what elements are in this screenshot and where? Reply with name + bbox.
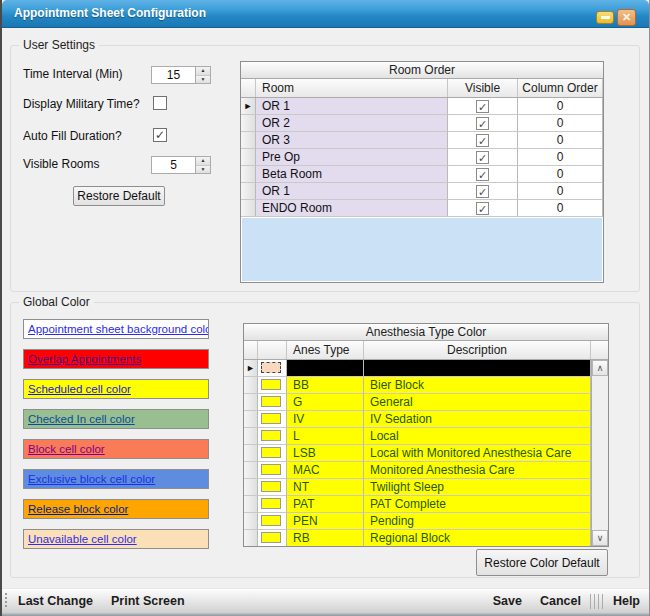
row-selector[interactable] <box>241 183 256 200</box>
row-selector[interactable] <box>241 115 256 132</box>
color-swatch[interactable] <box>261 447 281 458</box>
description-cell[interactable]: Regional Block <box>364 530 591 547</box>
table-row[interactable]: OR 3 ✓ 0 <box>241 132 603 149</box>
table-row[interactable]: OR 2 ✓ 0 <box>241 115 603 132</box>
anes-type-cell[interactable]: RB <box>287 530 364 547</box>
color-swatch-cell[interactable] <box>258 513 287 530</box>
color-swatch-cell[interactable] <box>258 445 287 462</box>
scheduled-cell-color-button[interactable]: Scheduled cell color <box>23 379 209 399</box>
last-change-button[interactable]: Last Change <box>9 589 102 613</box>
row-selector[interactable] <box>244 496 258 513</box>
color-swatch-cell[interactable] <box>258 428 287 445</box>
visible-cell[interactable]: ✓ <box>448 166 518 183</box>
table-row[interactable]: ► OR 1 ✓ 0 <box>241 98 603 115</box>
table-row-selected[interactable]: ► <box>244 360 608 377</box>
row-selector[interactable] <box>241 166 256 183</box>
room-cell[interactable]: ENDO Room <box>256 200 448 217</box>
block-cell-color-button[interactable]: Block cell color <box>23 439 209 459</box>
time-interval-stepper[interactable]: 15 ▲ ▼ <box>151 66 211 84</box>
row-selector[interactable] <box>244 530 258 547</box>
visible-cell[interactable]: ✓ <box>448 115 518 132</box>
color-swatch-cell[interactable] <box>258 360 287 377</box>
table-row[interactable]: MAC Monitored Anesthesia Care <box>244 462 608 479</box>
color-swatch-cell[interactable] <box>258 462 287 479</box>
color-swatch-cell[interactable] <box>258 530 287 547</box>
scroll-down-icon[interactable]: ∨ <box>592 530 608 546</box>
room-cell[interactable]: Beta Room <box>256 166 448 183</box>
description-cell[interactable]: Twilight Sleep <box>364 479 591 496</box>
column-order-cell[interactable]: 0 <box>518 200 603 217</box>
color-swatch[interactable] <box>261 413 281 424</box>
column-order-cell[interactable]: 0 <box>518 166 603 183</box>
row-selector[interactable] <box>244 377 258 394</box>
row-selector[interactable] <box>244 411 258 428</box>
anes-type-cell[interactable] <box>287 360 364 377</box>
visible-cell[interactable]: ✓ <box>448 98 518 115</box>
description-cell[interactable] <box>364 360 591 377</box>
color-swatch-cell[interactable] <box>258 377 287 394</box>
table-row[interactable]: Beta Room ✓ 0 <box>241 166 603 183</box>
column-order-cell[interactable]: 0 <box>518 183 603 200</box>
color-swatch[interactable] <box>261 430 281 441</box>
spinner-up-icon[interactable]: ▲ <box>196 157 210 166</box>
row-selector[interactable]: ► <box>241 98 256 115</box>
checkbox-checked-icon[interactable]: ✓ <box>476 185 489 198</box>
color-swatch[interactable] <box>261 379 281 390</box>
anes-type-cell[interactable]: PAT <box>287 496 364 513</box>
anes-type-cell[interactable]: G <box>287 394 364 411</box>
visible-rooms-stepper[interactable]: 5 ▲ ▼ <box>151 156 211 174</box>
column-order-cell[interactable]: 0 <box>518 98 603 115</box>
table-row[interactable]: NT Twilight Sleep <box>244 479 608 496</box>
checkbox-checked-icon[interactable]: ✓ <box>476 134 489 147</box>
row-selector[interactable] <box>244 428 258 445</box>
checkbox-checked-icon[interactable]: ✓ <box>476 151 489 164</box>
table-row[interactable]: RB Regional Block <box>244 530 608 547</box>
color-swatch-cell[interactable] <box>258 394 287 411</box>
release-block-color-button[interactable]: Release block color <box>23 499 209 519</box>
table-row[interactable]: PEN Pending <box>244 513 608 530</box>
row-selector[interactable] <box>241 200 256 217</box>
row-selector[interactable] <box>244 479 258 496</box>
spinner-up-icon[interactable]: ▲ <box>196 67 210 76</box>
description-cell[interactable]: PAT Complete <box>364 496 591 513</box>
color-swatch[interactable] <box>261 515 281 526</box>
visible-cell[interactable]: ✓ <box>448 132 518 149</box>
column-order-cell[interactable]: 0 <box>518 149 603 166</box>
table-row[interactable]: OR 1 ✓ 0 <box>241 183 603 200</box>
row-selector[interactable] <box>241 149 256 166</box>
description-column-header[interactable]: Description <box>364 341 591 359</box>
room-column-header[interactable]: Room <box>256 79 448 97</box>
description-cell[interactable]: Local with Monitored Anesthesia Care <box>364 445 591 462</box>
room-cell[interactable]: OR 3 <box>256 132 448 149</box>
visible-column-header[interactable]: Visible <box>448 79 518 97</box>
table-row[interactable]: Pre Op ✓ 0 <box>241 149 603 166</box>
checkbox-checked-icon[interactable]: ✓ <box>476 202 489 215</box>
time-interval-value[interactable]: 15 <box>152 67 195 83</box>
row-selector[interactable] <box>244 462 258 479</box>
appointment-sheet-background-color-button[interactable]: Appointment sheet background color <box>23 319 209 339</box>
visible-cell[interactable]: ✓ <box>448 183 518 200</box>
color-swatch[interactable] <box>261 464 281 475</box>
visible-cell[interactable]: ✓ <box>448 149 518 166</box>
anes-type-cell[interactable]: MAC <box>287 462 364 479</box>
table-row[interactable]: LSB Local with Monitored Anesthesia Care <box>244 445 608 462</box>
description-cell[interactable]: Local <box>364 428 591 445</box>
table-row[interactable]: ENDO Room ✓ 0 <box>241 200 603 217</box>
anes-type-cell[interactable]: BB <box>287 377 364 394</box>
checked-in-cell-color-button[interactable]: Checked In cell color <box>23 409 209 429</box>
help-button[interactable]: Help <box>604 589 649 613</box>
row-selector[interactable] <box>244 513 258 530</box>
color-swatch[interactable] <box>261 362 281 373</box>
row-selector[interactable] <box>244 394 258 411</box>
table-row[interactable]: IV IV Sedation <box>244 411 608 428</box>
table-row[interactable]: G General <box>244 394 608 411</box>
vertical-scrollbar[interactable]: ∧ ∨ <box>591 360 608 546</box>
visible-cell[interactable]: ✓ <box>448 200 518 217</box>
checkbox-checked-icon[interactable]: ✓ <box>476 168 489 181</box>
description-cell[interactable]: Bier Block <box>364 377 591 394</box>
table-row[interactable]: PAT PAT Complete <box>244 496 608 513</box>
row-selector[interactable] <box>244 445 258 462</box>
spinner-down-icon[interactable]: ▼ <box>196 166 210 174</box>
checkbox-checked-icon[interactable]: ✓ <box>476 117 489 130</box>
room-cell[interactable]: OR 1 <box>256 183 448 200</box>
